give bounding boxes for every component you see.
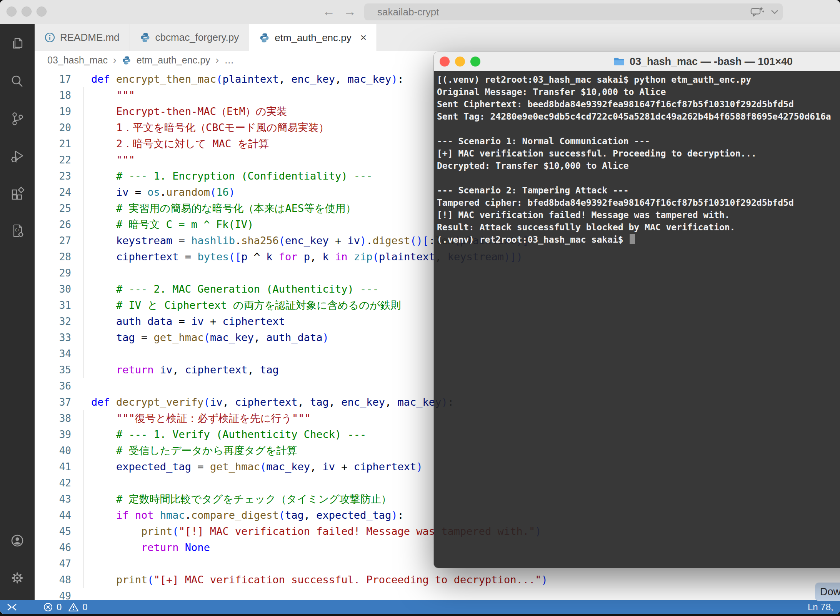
terminal-line: [(.venv) ret2root:03_hash_mac sakai$ pyt… (437, 73, 840, 86)
divider (744, 6, 744, 18)
zoom-window-button[interactable] (37, 7, 47, 17)
terminal-line: [+] MAC verification successful. Proceed… (437, 147, 840, 160)
error-count: 0 (57, 602, 62, 613)
terminal-window: 03_hash_mac — -bash — 101×40 [(.venv) re… (434, 52, 840, 568)
line-number: 47 (35, 556, 91, 572)
terminal-line: Sent Tag: 24280e9e0ec9db5c4cd722c045a528… (437, 110, 840, 123)
line-number: 22 (35, 152, 91, 168)
zoom-window-button[interactable] (470, 57, 480, 67)
editor-tabs: README.md cbcmac_forgery.py etm_auth_enc… (35, 24, 840, 52)
line-number: 21 (35, 136, 91, 152)
download-button[interactable]: Dow (815, 583, 840, 601)
line-number: 19 (35, 103, 91, 120)
activity-bar: C+ (0, 24, 35, 600)
minimize-window-button[interactable] (455, 57, 465, 67)
tab-readme[interactable]: README.md (35, 24, 130, 51)
line-number: 17 (35, 71, 91, 87)
status-bar: 0 0 Ln 78, (0, 600, 840, 614)
line-number: 23 (35, 168, 91, 184)
command-center-search[interactable]: sakailab-crypt (364, 3, 783, 20)
indent-guide (83, 87, 84, 378)
python-icon (140, 32, 150, 43)
line-number: 25 (35, 200, 91, 216)
terminal-line: --- Scenario 2: Tampering Attack --- (437, 184, 840, 196)
python-icon (259, 33, 270, 43)
line-number: 31 (35, 297, 91, 313)
line-number: 32 (35, 313, 91, 330)
code-line: print("[+] MAC verification successful. … (91, 572, 840, 588)
settings-gear-icon[interactable] (9, 569, 26, 586)
line-number: 45 (35, 523, 91, 539)
warning-count: 0 (82, 602, 87, 613)
code-line (91, 588, 840, 600)
terminal-window-controls (440, 57, 480, 67)
explorer-icon[interactable] (9, 36, 26, 53)
line-number: 41 (35, 459, 91, 475)
terminal-line: (.venv) ret2root:03_hash_mac sakai$ (437, 233, 840, 246)
terminal-line: Sent Ciphertext: beed8bda84e9392fea98164… (437, 98, 840, 110)
account-icon[interactable] (9, 532, 26, 549)
forward-arrow-icon[interactable]: → (343, 4, 356, 19)
terminal-line: Tampered cipher: bfed8bda84e9392fea98164… (437, 196, 840, 209)
problems-indicator[interactable]: 0 0 (43, 602, 88, 613)
search-icon[interactable] (9, 73, 26, 90)
terminal-titlebar[interactable]: 03_hash_mac — -bash — 101×40 (434, 52, 840, 72)
terminal-line: Original Message: Transfer $10,000 to Al… (437, 86, 840, 98)
terminal-line: [!] MAC verification failed! Message was… (437, 209, 840, 221)
screen: { "titlebar": { "search_value": "sakaila… (0, 0, 840, 616)
breadcrumb-folder[interactable]: 03_hash_mac (47, 55, 108, 66)
line-number: 24 (35, 184, 91, 200)
svg-text:C+: C+ (15, 228, 20, 232)
close-window-button[interactable] (7, 7, 17, 17)
copilot-chat-icon[interactable] (750, 5, 764, 19)
tab-etm-auth-enc[interactable]: etm_auth_enc.py × (249, 24, 377, 52)
terminal-line (437, 172, 840, 184)
source-control-icon[interactable] (9, 110, 26, 127)
breadcrumb-symbol[interactable]: … (224, 55, 234, 66)
extensions-icon[interactable] (9, 185, 26, 202)
terminal-output[interactable]: [(.venv) ret2root:03_hash_mac sakai$ pyt… (434, 71, 840, 568)
line-number: 29 (35, 265, 91, 281)
run-debug-icon[interactable] (9, 148, 26, 165)
line-number: 35 (35, 362, 91, 378)
line-number: 40 (35, 443, 91, 459)
warning-icon (68, 602, 79, 612)
python-icon (122, 56, 131, 65)
close-icon[interactable]: × (360, 32, 367, 44)
terminal-line: Decrypted: Transfer $10,000 to Alice (437, 160, 840, 172)
chevron-down-icon[interactable] (770, 9, 779, 15)
line-numbers: 1718192021222324252627282930313233343536… (35, 71, 91, 600)
line-number: 42 (35, 475, 91, 491)
tab-label: README.md (60, 32, 120, 43)
window-controls (7, 7, 47, 17)
search-value: sakailab-crypt (377, 6, 439, 18)
info-icon (45, 32, 55, 43)
vscode-titlebar: ← → sakailab-crypt (0, 0, 840, 24)
line-number: 18 (35, 87, 91, 103)
line-number: 26 (35, 216, 91, 233)
cursor-position[interactable]: Ln 78, (808, 602, 833, 613)
line-number: 44 (35, 507, 91, 523)
terminal-title: 03_hash_mac — -bash — 101×40 (630, 56, 793, 68)
line-number: 36 (35, 378, 91, 394)
line-number: 38 (35, 410, 91, 426)
tab-cbcmac-forgery[interactable]: cbcmac_forgery.py (130, 24, 250, 51)
remote-indicator-icon[interactable] (6, 602, 18, 612)
terminal-line: Result: Attack successfully blocked by M… (437, 221, 840, 233)
minimize-window-button[interactable] (22, 7, 32, 17)
line-number: 43 (35, 491, 91, 507)
close-window-button[interactable] (440, 57, 450, 67)
back-arrow-icon[interactable]: ← (322, 4, 335, 19)
cpp-tools-icon[interactable]: C+ (9, 222, 26, 239)
indent-guide (83, 410, 84, 588)
line-number: 28 (35, 249, 91, 265)
folder-icon (613, 57, 625, 66)
breadcrumb-file[interactable]: etm_auth_enc.py (137, 55, 210, 66)
terminal-line (437, 123, 840, 135)
terminal-cursor (630, 234, 635, 244)
line-number: 33 (35, 330, 91, 346)
line-number: 39 (35, 426, 91, 443)
line-number: 49 (35, 588, 91, 600)
line-number: 46 (35, 539, 91, 556)
line-number: 20 (35, 120, 91, 136)
